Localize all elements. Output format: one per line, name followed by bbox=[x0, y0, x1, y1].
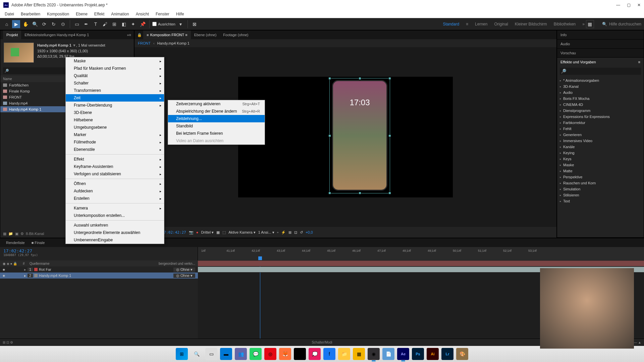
lock-icon[interactable]: 🔒 bbox=[137, 33, 142, 37]
effects-category[interactable]: ▸Farbkorrektur bbox=[557, 120, 644, 126]
layer-name[interactable]: Handy.mp4 Komp 1 bbox=[39, 274, 71, 278]
flowchart-icon[interactable]: ⊡ bbox=[294, 230, 297, 235]
snap-checkbox[interactable]: Ausrichten bbox=[152, 22, 175, 26]
submenu-item[interactable]: Standbild bbox=[168, 122, 265, 130]
handle-tl[interactable] bbox=[328, 77, 331, 80]
tab-renderlist[interactable]: Renderliste bbox=[3, 241, 28, 245]
phone-layer[interactable]: 17:03 bbox=[332, 80, 387, 191]
taskbar-ai-icon[interactable]: Ai bbox=[427, 348, 439, 360]
effects-search-input[interactable] bbox=[560, 68, 641, 75]
menu-bearbeiten[interactable]: Bearbeiten bbox=[17, 12, 44, 16]
taskbar-app5-icon[interactable]: 🎨 bbox=[456, 348, 468, 360]
effects-category[interactable]: ▸3D-Kanal bbox=[557, 83, 644, 89]
resolution-dropdown[interactable]: Drittel ▾ bbox=[201, 230, 214, 235]
menu-item[interactable]: Kamera bbox=[66, 204, 164, 212]
handle-ml[interactable] bbox=[328, 134, 331, 137]
taskbar-app3-icon[interactable]: ▦ bbox=[353, 348, 365, 360]
menu-item[interactable]: Keyframe-Assistenten bbox=[66, 163, 164, 170]
effects-category[interactable]: ▸Fehlt bbox=[557, 126, 644, 132]
menu-hilfe[interactable]: Hilfe bbox=[173, 12, 187, 16]
menu-item[interactable]: Verfolgen und stabilisieren bbox=[66, 170, 164, 178]
channel-icon[interactable]: ● bbox=[196, 230, 199, 234]
handle-bc[interactable] bbox=[359, 192, 361, 194]
menu-item[interactable]: UmbenennenEingabe bbox=[66, 236, 164, 244]
taskbar-taskview-icon[interactable]: ▭ bbox=[205, 348, 217, 360]
menu-item[interactable]: Ebenenstile bbox=[66, 146, 164, 153]
taskbar-firefox-icon[interactable]: 🦊 bbox=[279, 348, 291, 360]
panel-effects-presets[interactable]: Effekte und Vorgaben≡ bbox=[557, 58, 644, 66]
start-button[interactable]: ⊞ bbox=[176, 348, 188, 360]
effects-category[interactable]: ▸Immersives Video bbox=[557, 138, 644, 144]
fill-none-icon[interactable]: ⊠ bbox=[191, 20, 199, 28]
new-comp-icon[interactable]: ▣ bbox=[15, 232, 18, 236]
workspace-panel-icon[interactable]: ▦ bbox=[586, 20, 594, 28]
effects-category[interactable]: ▸Keys bbox=[557, 156, 644, 162]
fast-preview-icon[interactable]: ⚡ bbox=[281, 230, 286, 235]
pixel-aspect-icon[interactable]: ▫ bbox=[277, 230, 278, 234]
workspace-lernen[interactable]: Lernen bbox=[475, 22, 487, 26]
effects-category[interactable]: ▸Keying bbox=[557, 150, 644, 156]
taskbar-obs-icon[interactable]: ◉ bbox=[368, 348, 380, 360]
submenu-item[interactable]: Bei letztem Frame fixieren bbox=[168, 130, 265, 137]
effects-category[interactable]: ▸Boris FX Mocha bbox=[557, 96, 644, 102]
effects-category[interactable]: ▸Text bbox=[557, 198, 644, 204]
roto-tool-icon[interactable]: ✦ bbox=[129, 20, 137, 28]
menu-item[interactable]: Qualität bbox=[66, 72, 164, 79]
handle-bl[interactable] bbox=[328, 192, 331, 194]
track-bar-1[interactable] bbox=[198, 261, 644, 266]
col-mode[interactable]: bergeordnet und verkn... bbox=[159, 262, 195, 265]
pen-tool-icon[interactable]: ✒ bbox=[82, 20, 90, 28]
taskbar-explorer-icon[interactable]: ▬ bbox=[220, 348, 232, 360]
effects-category[interactable]: ▸Expressions für Expressions bbox=[557, 114, 644, 120]
taskbar-lr-icon[interactable]: Lr bbox=[441, 348, 453, 360]
effects-category[interactable]: ▸Perspektive bbox=[557, 174, 644, 180]
menu-item[interactable]: 3D-Ebene bbox=[66, 109, 164, 116]
menu-item[interactable]: Untergeordnete Elemente auswählen bbox=[66, 229, 164, 236]
effects-category[interactable]: ▸Rauschen und Korn bbox=[557, 180, 644, 186]
snap-checkbox-input[interactable] bbox=[152, 22, 157, 26]
menu-item[interactable]: Umgebungsebene bbox=[66, 124, 164, 131]
new-folder-icon[interactable]: 📁 bbox=[8, 232, 13, 236]
handle-tr[interactable] bbox=[388, 77, 391, 80]
maximize-button[interactable]: ▢ bbox=[627, 3, 631, 7]
taskbar-folder-icon[interactable]: 📁 bbox=[338, 348, 350, 360]
effects-category[interactable]: ▸Stilisieren bbox=[557, 192, 644, 198]
close-button[interactable]: ✕ bbox=[637, 3, 641, 7]
brush-tool-icon[interactable]: 🖌 bbox=[101, 20, 109, 28]
menu-item[interactable]: Pfad für Masken und Formen bbox=[66, 65, 164, 72]
menu-item[interactable]: Aufdecken bbox=[66, 187, 164, 195]
orbit-tool-icon[interactable]: ⟳ bbox=[40, 20, 48, 28]
exposure-value[interactable]: +0,0 bbox=[306, 230, 313, 234]
anchor-tool-icon[interactable]: ⊙ bbox=[59, 20, 67, 28]
zoom-tool-icon[interactable]: 🔍 bbox=[31, 20, 39, 28]
taskbar-app-icon[interactable]: ◎ bbox=[264, 348, 276, 360]
help-search[interactable]: 🔍 Hilfe durchsuchen bbox=[602, 22, 641, 26]
panel-audio[interactable]: Audio bbox=[557, 40, 644, 48]
breadcrumb-front[interactable]: FRONT bbox=[138, 41, 151, 45]
handle-br[interactable] bbox=[388, 192, 391, 194]
panel-preview[interactable]: Vorschau bbox=[557, 49, 644, 57]
taskbar-app4-icon[interactable]: 📄 bbox=[382, 348, 394, 360]
panel-close-icon[interactable]: ≡ bbox=[129, 33, 131, 37]
interpret-icon[interactable]: ▦ bbox=[3, 232, 6, 236]
bit-depth[interactable]: 8-Bit-Kanal bbox=[26, 232, 44, 236]
tab-finale[interactable]: ■ Finale bbox=[28, 241, 48, 245]
toggle-switches-icon[interactable]: ⊞ ⊡ ⚙ bbox=[3, 341, 13, 344]
workspace-standard[interactable]: Standard bbox=[443, 22, 459, 26]
menu-item[interactable]: Zeit bbox=[66, 94, 164, 102]
text-tool-icon[interactable]: T bbox=[92, 20, 100, 28]
taskbar-whatsapp-icon[interactable]: 💬 bbox=[250, 348, 262, 360]
submenu-item[interactable]: Zeitverzerrung aktivierenStrg+Alt+T bbox=[168, 100, 265, 108]
adjust-icon[interactable]: ⚙ bbox=[20, 232, 24, 236]
layer-name[interactable]: Rot Far bbox=[39, 267, 51, 272]
effects-category[interactable]: ▸CINEMA 4D bbox=[557, 102, 644, 108]
views-dropdown[interactable]: 1 Ansi... ▾ bbox=[258, 230, 274, 235]
current-time[interactable]: 17:02:42:27 bbox=[162, 230, 186, 235]
menu-item[interactable]: Füllmethode bbox=[66, 138, 164, 146]
effects-category[interactable]: ▸Kanäle bbox=[557, 144, 644, 150]
clone-tool-icon[interactable]: ⊞ bbox=[110, 20, 118, 28]
handle-mr[interactable] bbox=[388, 134, 391, 137]
transparency-icon[interactable]: ▦ bbox=[216, 230, 220, 235]
layer-row-2[interactable]: ◉ ▸ 2 Handy.mp4 Komp 1 ◎ Ohne ▾ bbox=[0, 273, 198, 279]
menu-animation[interactable]: Animation bbox=[108, 12, 132, 16]
